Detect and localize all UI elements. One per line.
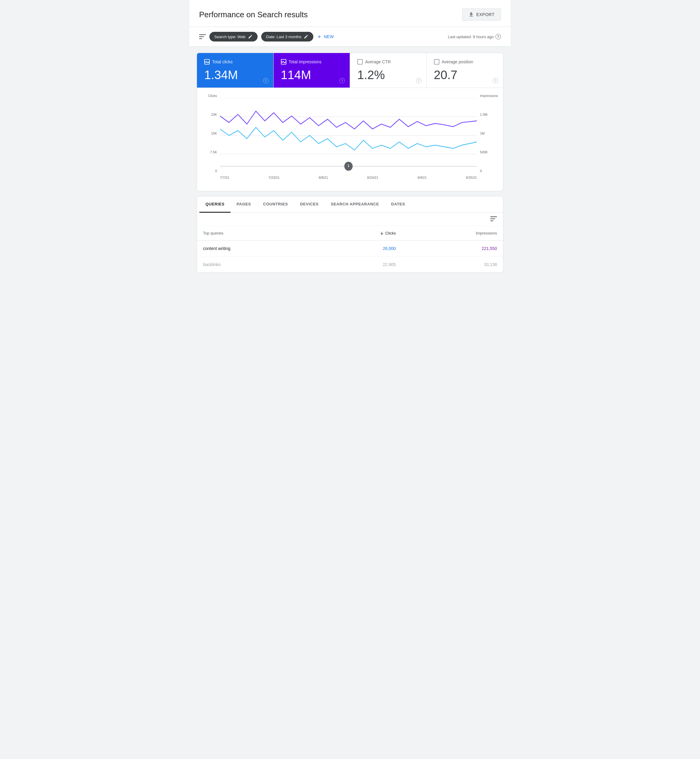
date-chip[interactable]: Date: Last 3 months xyxy=(261,32,313,42)
tab-countries[interactable]: COUNTRIES xyxy=(257,196,294,213)
x-label-1: 7/7/21 xyxy=(220,176,230,180)
query-cell-0: content writing xyxy=(197,241,317,257)
y-left-75k: 7.5K xyxy=(210,150,217,154)
y-axis-right: Impressions 1.5M 1M 500K 0 xyxy=(478,94,496,173)
query-cell-1: backlinko xyxy=(197,257,317,273)
y-left-15k: 15K xyxy=(211,131,217,135)
chart-svg-wrapper: 1 xyxy=(220,98,477,173)
metric-label-row-position: Average position xyxy=(434,59,496,64)
impressions-line xyxy=(220,111,477,129)
y-right-15m: 1.5M xyxy=(480,113,487,116)
tab-search-appearance[interactable]: SEARCH APPEARANCE xyxy=(325,196,385,213)
table-row: content writing 26,000 221,550 xyxy=(197,241,503,257)
table-filter-icon[interactable] xyxy=(490,216,497,222)
annotation-label: 1 xyxy=(348,164,349,167)
checkbox-position xyxy=(434,59,439,64)
edit-icon xyxy=(248,34,253,39)
metric-card-total-impressions[interactable]: Total impressions 114M ? xyxy=(273,53,350,87)
last-updated-text: Last updated: 9 hours ago xyxy=(448,34,494,39)
svg-rect-9 xyxy=(490,219,495,219)
tab-queries[interactable]: QUERIES xyxy=(199,196,231,213)
svg-rect-8 xyxy=(490,216,497,217)
x-label-5: 9/9/21 xyxy=(417,176,427,180)
search-type-chip[interactable]: Search type: Web xyxy=(209,32,258,42)
col-header-query: Top queries xyxy=(197,226,317,241)
chart-area: Clicks 23K 15K 7.5K 0 Impressions 1.5M 1… xyxy=(204,94,496,185)
export-label: EXPORT xyxy=(477,12,495,17)
checkbox-clicks xyxy=(204,59,210,64)
help-icon-clicks[interactable]: ? xyxy=(263,78,269,83)
impressions-cell-1: 33,138 xyxy=(402,257,503,273)
filter-lines-icon[interactable] xyxy=(199,34,206,39)
metric-value-position: 20.7 xyxy=(434,68,496,81)
new-filter-label: NEW xyxy=(323,34,334,39)
tabs-row: QUERIES PAGES COUNTRIES DEVICES SEARCH A… xyxy=(197,196,503,213)
table-header-row: Top queries Clicks Impressions xyxy=(197,226,503,241)
page-title: Performance on Search results xyxy=(199,10,308,19)
clicks-cell-1: 22,905 xyxy=(317,257,402,273)
page-header: Performance on Search results EXPORT xyxy=(189,0,511,27)
y-left-23k: 23K xyxy=(211,113,217,116)
metric-label-row-impressions: Total impressions xyxy=(281,59,343,64)
col-header-impressions: Impressions xyxy=(402,226,503,241)
page-container: Performance on Search results EXPORT Sea… xyxy=(189,0,511,285)
y-right-label-top: Impressions xyxy=(480,94,498,98)
metric-value-clicks: 1.34M xyxy=(204,68,266,81)
x-label-2: 7/23/21 xyxy=(269,176,280,180)
metric-value-impressions: 114M xyxy=(281,68,343,81)
metric-label-impressions: Total impressions xyxy=(289,59,322,64)
y-right-1m: 1M xyxy=(480,131,484,135)
new-filter-button[interactable]: NEW xyxy=(317,34,334,39)
col-header-clicks[interactable]: Clicks xyxy=(317,226,402,241)
download-icon xyxy=(469,12,474,17)
plus-icon xyxy=(317,34,322,39)
metrics-row: Total clicks 1.34M ? Total impressions 1… xyxy=(197,53,503,88)
export-button[interactable]: EXPORT xyxy=(462,8,501,20)
data-table: Top queries Clicks Impressions xyxy=(197,226,503,272)
help-icon-impressions[interactable]: ? xyxy=(339,78,345,83)
date-label: Date: Last 3 months xyxy=(266,34,301,39)
tab-dates[interactable]: DATES xyxy=(385,196,411,213)
filter-bar: Search type: Web Date: Last 3 months NEW… xyxy=(189,27,511,47)
y-right-0: 0 xyxy=(480,169,482,173)
svg-rect-10 xyxy=(490,220,493,222)
svg-rect-2 xyxy=(199,39,202,39)
tab-pages[interactable]: PAGES xyxy=(231,196,257,213)
checkbox-impressions xyxy=(281,59,286,64)
metric-label-row-ctr: Average CTR xyxy=(357,59,419,64)
y-left-0: 0 xyxy=(215,169,217,173)
metric-label-ctr: Average CTR xyxy=(365,59,391,64)
help-icon-position[interactable]: ? xyxy=(493,78,498,83)
x-label-4: 8/24/21 xyxy=(367,176,378,180)
table-section: QUERIES PAGES COUNTRIES DEVICES SEARCH A… xyxy=(197,196,503,273)
table-filter-row xyxy=(197,213,503,226)
chart-container: Clicks 23K 15K 7.5K 0 Impressions 1.5M 1… xyxy=(197,88,503,191)
help-icon-ctr[interactable]: ? xyxy=(416,78,422,83)
impressions-cell-0: 221,550 xyxy=(402,241,503,257)
y-left-label-top: Clicks xyxy=(208,94,217,98)
x-label-6: 9/25/21 xyxy=(466,176,477,180)
metric-label-row-clicks: Total clicks xyxy=(204,59,266,64)
metric-card-avg-ctr[interactable]: Average CTR 1.2% ? xyxy=(350,53,427,87)
metric-card-avg-position[interactable]: Average position 20.7 ? xyxy=(427,53,503,87)
metric-card-total-clicks[interactable]: Total clicks 1.34M ? xyxy=(197,53,273,87)
last-updated: Last updated: 9 hours ago ? xyxy=(448,34,501,39)
edit-date-icon xyxy=(304,34,308,39)
svg-rect-1 xyxy=(199,36,204,37)
metrics-section: Total clicks 1.34M ? Total impressions 1… xyxy=(197,53,503,191)
x-label-3: 8/8/21 xyxy=(319,176,328,180)
y-right-500k: 500K xyxy=(480,150,488,154)
checkbox-ctr xyxy=(357,59,363,64)
sort-down-icon xyxy=(380,231,384,236)
clicks-cell-0: 26,000 xyxy=(317,241,402,257)
clicks-line xyxy=(220,127,477,150)
last-updated-help-icon[interactable]: ? xyxy=(495,34,501,39)
svg-rect-0 xyxy=(199,34,206,35)
metric-label-position: Average position xyxy=(442,59,473,64)
search-type-label: Search type: Web xyxy=(214,34,245,39)
x-axis-labels: 7/7/21 7/23/21 8/8/21 8/24/21 9/9/21 9/2… xyxy=(220,174,477,185)
tab-devices[interactable]: DEVICES xyxy=(294,196,325,213)
y-axis-left: Clicks 23K 15K 7.5K 0 xyxy=(204,94,219,173)
table-body: content writing 26,000 221,550 backlinko… xyxy=(197,241,503,273)
chart-svg: 1 xyxy=(220,98,477,173)
